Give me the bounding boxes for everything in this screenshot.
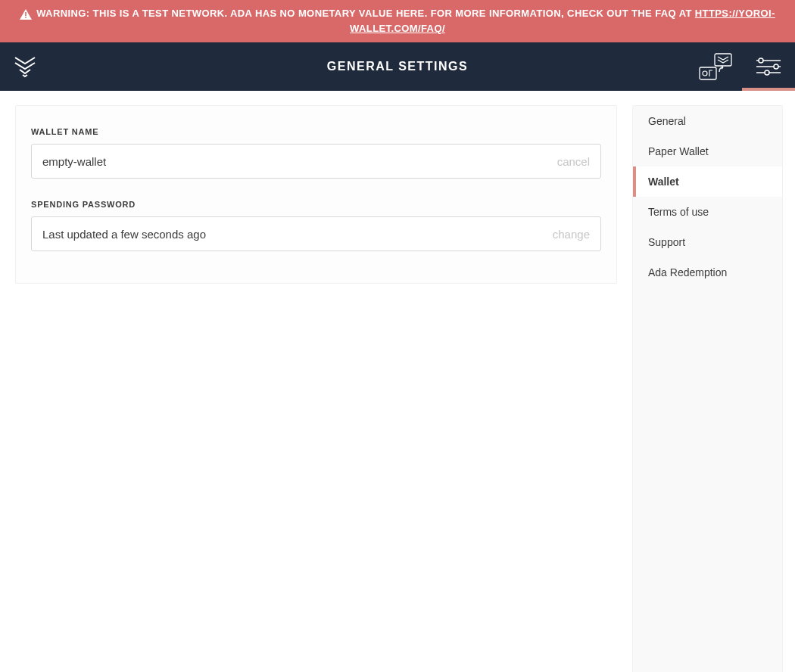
wallet-name-cancel-button[interactable]: cancel <box>557 155 590 168</box>
sidebar-item-ada-redemption[interactable]: Ada Redemption <box>633 257 782 288</box>
svg-point-10 <box>765 70 769 75</box>
sidebar-item-paper-wallet[interactable]: Paper Wallet <box>633 136 782 166</box>
sidebar-item-support[interactable]: Support <box>633 227 782 257</box>
warning-icon <box>20 9 32 20</box>
spending-password-group: SPENDING PASSWORD Last updated a few sec… <box>31 200 601 251</box>
svg-rect-1 <box>25 17 26 18</box>
spending-password-label: SPENDING PASSWORD <box>31 200 601 209</box>
sidebar-item-wallet[interactable]: Wallet <box>633 166 782 197</box>
wallet-name-field-box: cancel <box>31 144 601 179</box>
warning-text: WARNING: THIS IS A TEST NETWORK. ADA HAS… <box>36 8 695 19</box>
sidebar-item-terms-of-use[interactable]: Terms of use <box>633 197 782 227</box>
settings-card: WALLET NAME cancel SPENDING PASSWORD Las… <box>15 105 617 284</box>
svg-rect-0 <box>25 12 26 16</box>
svg-rect-3 <box>700 67 716 79</box>
wallet-nav-icon[interactable] <box>689 42 742 91</box>
svg-point-8 <box>774 64 778 69</box>
spending-password-status: Last updated a few seconds ago <box>42 228 553 241</box>
wallet-name-label: WALLET NAME <box>31 127 601 136</box>
app-logo[interactable] <box>0 54 49 79</box>
wallet-name-group: WALLET NAME cancel <box>31 127 601 179</box>
settings-sidebar: General Paper Wallet Wallet Terms of use… <box>632 105 783 672</box>
app-header: GENERAL SETTINGS <box>0 42 795 91</box>
spending-password-change-button[interactable]: change <box>553 228 590 241</box>
test-network-warning-banner: WARNING: THIS IS A TEST NETWORK. ADA HAS… <box>0 0 795 42</box>
wallet-name-input[interactable] <box>42 155 557 168</box>
svg-point-4 <box>703 71 707 76</box>
sidebar-item-general[interactable]: General <box>633 106 782 136</box>
svg-point-6 <box>759 58 763 63</box>
page-title: GENERAL SETTINGS <box>0 60 795 73</box>
spending-password-field-box: Last updated a few seconds ago change <box>31 216 601 251</box>
page-body: WALLET NAME cancel SPENDING PASSWORD Las… <box>0 91 795 672</box>
settings-nav-icon[interactable] <box>742 42 795 91</box>
